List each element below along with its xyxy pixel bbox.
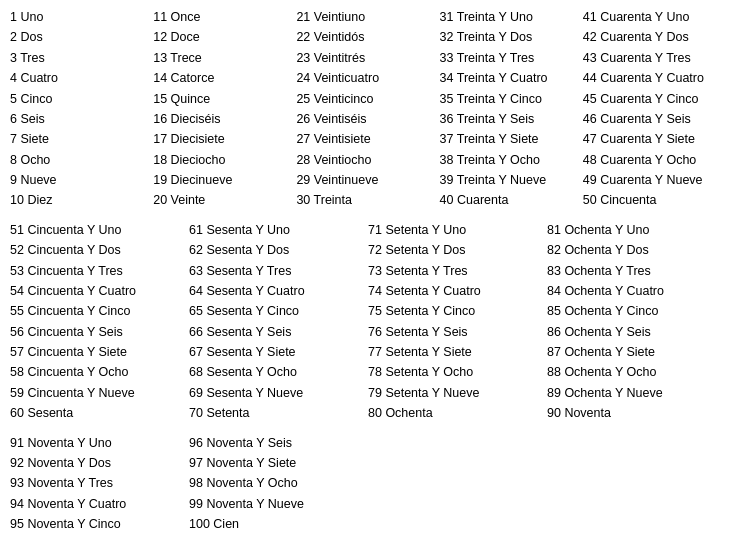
column-1-2: 71 Setenta Y Uno72 Setenta Y Dos73 Seten… <box>368 221 547 424</box>
number-item: 77 Setenta Y Siete <box>368 343 547 362</box>
number-item: 83 Ochenta Y Tres <box>547 262 726 281</box>
column-0-1: 11 Once12 Doce13 Trece14 Catorce15 Quinc… <box>153 8 296 211</box>
number-item: 36 Treinta Y Seis <box>440 110 583 129</box>
number-item: 42 Cuarenta Y Dos <box>583 28 726 47</box>
number-item: 27 Veintisiete <box>296 130 439 149</box>
number-item: 60 Sesenta <box>10 404 189 423</box>
column-2-1: 96 Noventa Y Seis97 Noventa Y Siete98 No… <box>189 434 368 535</box>
number-item: 74 Setenta Y Cuatro <box>368 282 547 301</box>
number-item: 57 Cincuenta Y Siete <box>10 343 189 362</box>
number-item: 37 Treinta Y Siete <box>440 130 583 149</box>
number-item: 5 Cinco <box>10 90 153 109</box>
column-1-0: 51 Cincuenta Y Uno52 Cincuenta Y Dos53 C… <box>10 221 189 424</box>
number-item: 82 Ochenta Y Dos <box>547 241 726 260</box>
number-item: 10 Diez <box>10 191 153 210</box>
section-91-100: 91 Noventa Y Uno92 Noventa Y Dos93 Noven… <box>10 434 726 535</box>
number-item: 16 Dieciséis <box>153 110 296 129</box>
number-item: 28 Veintiocho <box>296 151 439 170</box>
number-item: 75 Setenta Y Cinco <box>368 302 547 321</box>
number-item: 70 Setenta <box>189 404 368 423</box>
number-item: 12 Doce <box>153 28 296 47</box>
number-item: 92 Noventa Y Dos <box>10 454 189 473</box>
number-item: 33 Treinta Y Tres <box>440 49 583 68</box>
number-item: 87 Ochenta Y Siete <box>547 343 726 362</box>
number-item: 68 Sesenta Y Ocho <box>189 363 368 382</box>
number-item: 47 Cuarenta Y Siete <box>583 130 726 149</box>
number-item: 44 Cuarenta Y Cuatro <box>583 69 726 88</box>
number-item: 46 Cuarenta Y Seis <box>583 110 726 129</box>
number-item: 72 Setenta Y Dos <box>368 241 547 260</box>
number-item: 54 Cincuenta Y Cuatro <box>10 282 189 301</box>
number-item: 20 Veinte <box>153 191 296 210</box>
number-item: 1 Uno <box>10 8 153 27</box>
number-item: 85 Ochenta Y Cinco <box>547 302 726 321</box>
number-item: 80 Ochenta <box>368 404 547 423</box>
section-51-90: 51 Cincuenta Y Uno52 Cincuenta Y Dos53 C… <box>10 221 726 424</box>
number-item: 91 Noventa Y Uno <box>10 434 189 453</box>
number-item: 99 Noventa Y Nueve <box>189 495 368 514</box>
number-item: 98 Noventa Y Ocho <box>189 474 368 493</box>
number-item: 38 Treinta Y Ocho <box>440 151 583 170</box>
number-item: 89 Ochenta Y Nueve <box>547 384 726 403</box>
number-item: 51 Cincuenta Y Uno <box>10 221 189 240</box>
number-item: 15 Quince <box>153 90 296 109</box>
number-item: 97 Noventa Y Siete <box>189 454 368 473</box>
column-0-3: 31 Treinta Y Uno32 Treinta Y Dos33 Trein… <box>440 8 583 211</box>
number-item: 39 Treinta Y Nueve <box>440 171 583 190</box>
number-item: 67 Sesenta Y Siete <box>189 343 368 362</box>
number-item: 86 Ochenta Y Seis <box>547 323 726 342</box>
number-item: 63 Sesenta Y Tres <box>189 262 368 281</box>
number-item: 65 Sesenta Y Cinco <box>189 302 368 321</box>
number-item: 49 Cuarenta Y Nueve <box>583 171 726 190</box>
number-item: 100 Cien <box>189 515 368 534</box>
number-item: 13 Trece <box>153 49 296 68</box>
number-item: 71 Setenta Y Uno <box>368 221 547 240</box>
number-item: 64 Sesenta Y Cuatro <box>189 282 368 301</box>
number-item: 52 Cincuenta Y Dos <box>10 241 189 260</box>
number-item: 58 Cincuenta Y Ocho <box>10 363 189 382</box>
number-item: 26 Veintiséis <box>296 110 439 129</box>
number-item: 32 Treinta Y Dos <box>440 28 583 47</box>
number-item: 53 Cincuenta Y Tres <box>10 262 189 281</box>
column-2-0: 91 Noventa Y Uno92 Noventa Y Dos93 Noven… <box>10 434 189 535</box>
number-item: 6 Seis <box>10 110 153 129</box>
number-item: 3 Tres <box>10 49 153 68</box>
number-item: 7 Siete <box>10 130 153 149</box>
number-item: 21 Veintiuno <box>296 8 439 27</box>
number-item: 22 Veintidós <box>296 28 439 47</box>
number-item: 81 Ochenta Y Uno <box>547 221 726 240</box>
numbers-container: 1 Uno2 Dos3 Tres4 Cuatro5 Cinco6 Seis7 S… <box>10 8 726 534</box>
number-item: 69 Sesenta Y Nueve <box>189 384 368 403</box>
number-item: 93 Noventa Y Tres <box>10 474 189 493</box>
column-2-2 <box>368 434 547 535</box>
column-0-4: 41 Cuarenta Y Uno42 Cuarenta Y Dos43 Cua… <box>583 8 726 211</box>
number-item: 84 Ochenta Y Cuatro <box>547 282 726 301</box>
number-item: 17 Diecisiete <box>153 130 296 149</box>
number-item: 30 Treinta <box>296 191 439 210</box>
column-1-1: 61 Sesenta Y Uno62 Sesenta Y Dos63 Sesen… <box>189 221 368 424</box>
number-item: 19 Diecinueve <box>153 171 296 190</box>
number-item: 24 Veinticuatro <box>296 69 439 88</box>
number-item: 79 Setenta Y Nueve <box>368 384 547 403</box>
number-item: 55 Cincuenta Y Cinco <box>10 302 189 321</box>
number-item: 88 Ochenta Y Ocho <box>547 363 726 382</box>
number-item: 78 Setenta Y Ocho <box>368 363 547 382</box>
number-item: 11 Once <box>153 8 296 27</box>
number-item: 95 Noventa Y Cinco <box>10 515 189 534</box>
number-item: 14 Catorce <box>153 69 296 88</box>
column-0-0: 1 Uno2 Dos3 Tres4 Cuatro5 Cinco6 Seis7 S… <box>10 8 153 211</box>
number-item: 4 Cuatro <box>10 69 153 88</box>
number-item: 48 Cuarenta Y Ocho <box>583 151 726 170</box>
number-item: 2 Dos <box>10 28 153 47</box>
number-item: 94 Noventa Y Cuatro <box>10 495 189 514</box>
number-item: 62 Sesenta Y Dos <box>189 241 368 260</box>
number-item: 56 Cincuenta Y Seis <box>10 323 189 342</box>
column-1-3: 81 Ochenta Y Uno82 Ochenta Y Dos83 Ochen… <box>547 221 726 424</box>
number-item: 50 Cincuenta <box>583 191 726 210</box>
column-0-2: 21 Veintiuno22 Veintidós23 Veintitrés24 … <box>296 8 439 211</box>
number-item: 43 Cuarenta Y Tres <box>583 49 726 68</box>
number-item: 18 Dieciocho <box>153 151 296 170</box>
section-1-50: 1 Uno2 Dos3 Tres4 Cuatro5 Cinco6 Seis7 S… <box>10 8 726 211</box>
number-item: 29 Veintinueve <box>296 171 439 190</box>
number-item: 25 Veinticinco <box>296 90 439 109</box>
